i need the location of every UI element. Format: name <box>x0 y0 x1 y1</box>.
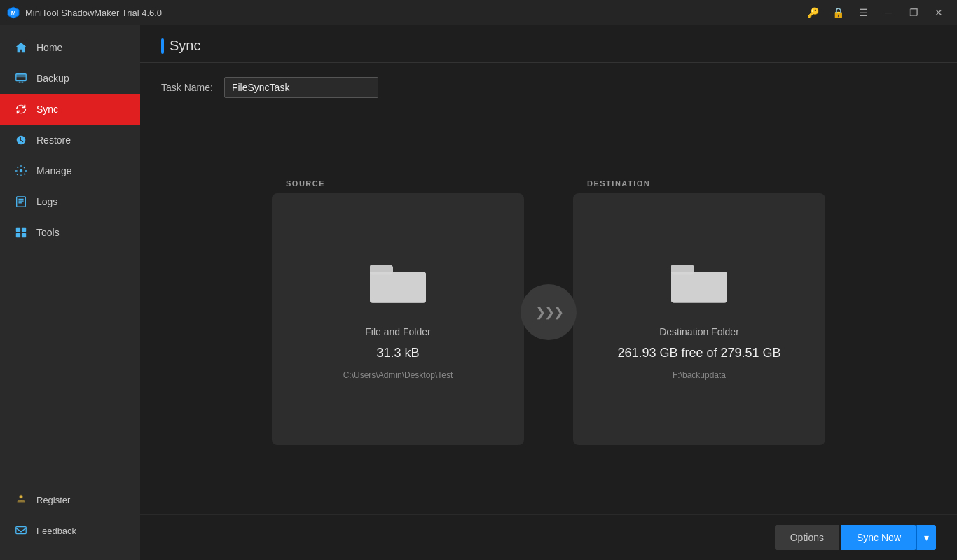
task-name-label: Task Name: <box>161 82 213 93</box>
sidebar: Home Backup Sync Restore <box>0 25 140 560</box>
svg-rect-18 <box>370 272 426 303</box>
sidebar-label-manage: Manage <box>36 165 72 176</box>
options-button[interactable]: Options <box>775 525 839 550</box>
sync-button-group: Sync Now ▾ <box>841 525 936 550</box>
sidebar-item-tools[interactable]: Tools <box>0 217 140 248</box>
source-size: 31.3 kB <box>376 346 419 360</box>
source-folder-icon <box>370 258 426 309</box>
lock-icon-btn[interactable]: 🔒 <box>827 3 849 22</box>
sidebar-item-logs[interactable]: Logs <box>0 186 140 217</box>
svg-rect-12 <box>22 233 26 237</box>
sidebar-label-register: Register <box>36 495 70 505</box>
svg-text:M: M <box>11 10 16 16</box>
svg-point-13 <box>20 496 22 498</box>
footer: Options Sync Now ▾ <box>140 514 957 560</box>
app-logo-icon: M <box>7 6 20 19</box>
app-title: MiniTool ShadowMaker Trial 4.6.0 <box>25 8 162 18</box>
sidebar-label-home: Home <box>36 42 62 53</box>
sidebar-item-sync[interactable]: Sync <box>0 94 140 125</box>
page-title-bar: Sync <box>161 38 200 54</box>
sidebar-item-feedback[interactable]: Feedback <box>0 515 140 546</box>
svg-point-4 <box>20 169 23 173</box>
source-file-type: File and Folder <box>365 326 430 337</box>
arrow-chevrons: ❯❯❯ <box>535 304 563 320</box>
source-card-wrapper: SOURCE <box>272 179 524 445</box>
sidebar-label-backup: Backup <box>36 73 69 84</box>
minimize-button[interactable]: ─ <box>877 3 900 22</box>
dest-file-type: Destination Folder <box>659 326 739 337</box>
sync-dropdown-button[interactable]: ▾ <box>916 525 936 550</box>
logs-icon <box>14 195 28 209</box>
sidebar-item-restore[interactable]: Restore <box>0 125 140 155</box>
manage-icon <box>14 164 28 178</box>
arrow-connector: ❯❯❯ <box>521 284 577 340</box>
sidebar-bottom: Register Feedback <box>0 484 140 560</box>
home-icon <box>14 41 28 55</box>
svg-rect-14 <box>16 527 26 534</box>
app-layout: Home Backup Sync Restore <box>0 25 957 560</box>
svg-rect-11 <box>16 233 20 237</box>
source-card[interactable]: File and Folder 31.3 kB C:\Users\Admin\D… <box>272 193 524 445</box>
sync-icon <box>14 102 28 116</box>
titlebar: M MiniTool ShadowMaker Trial 4.6.0 🔑 🔒 ☰… <box>0 0 957 25</box>
sidebar-label-restore: Restore <box>36 134 71 146</box>
restore-icon <box>14 133 28 147</box>
sidebar-item-manage[interactable]: Manage <box>0 155 140 186</box>
titlebar-controls: 🔑 🔒 ☰ ─ ❐ ✕ <box>801 3 950 22</box>
task-name-input[interactable] <box>224 77 378 98</box>
sidebar-label-tools: Tools <box>36 227 60 238</box>
register-icon <box>14 493 28 507</box>
sidebar-item-register[interactable]: Register <box>0 484 140 515</box>
task-name-row: Task Name: <box>140 63 957 109</box>
sidebar-item-backup[interactable]: Backup <box>0 63 140 94</box>
cards-layout: SOURCE <box>161 179 936 445</box>
page-title: Sync <box>170 38 200 54</box>
sync-now-button[interactable]: Sync Now <box>841 525 916 550</box>
menu-icon-btn[interactable]: ☰ <box>852 3 874 22</box>
close-button[interactable]: ✕ <box>928 3 950 22</box>
page-header: Sync <box>140 25 957 63</box>
restore-button[interactable]: ❐ <box>902 3 925 22</box>
feedback-icon <box>14 524 28 538</box>
source-path: C:\Users\Admin\Desktop\Test <box>343 370 453 380</box>
title-accent <box>161 38 164 54</box>
svg-rect-10 <box>22 227 26 232</box>
sidebar-label-logs: Logs <box>36 196 57 207</box>
svg-rect-9 <box>16 227 20 232</box>
titlebar-left: M MiniTool ShadowMaker Trial 4.6.0 <box>7 6 162 19</box>
sidebar-label-sync: Sync <box>36 104 58 115</box>
dest-path: F:\backupdata <box>673 370 726 380</box>
content-area: Sync Task Name: SOURCE <box>140 25 957 560</box>
sidebar-item-home[interactable]: Home <box>0 32 140 63</box>
dest-free-space: 261.93 GB free of 279.51 GB <box>617 346 780 360</box>
sync-area: SOURCE <box>140 109 957 514</box>
svg-rect-3 <box>16 74 26 78</box>
destination-card[interactable]: Destination Folder 261.93 GB free of 279… <box>573 193 825 445</box>
dest-folder-icon <box>671 258 727 309</box>
source-section-label: SOURCE <box>272 179 524 193</box>
svg-rect-5 <box>17 197 26 206</box>
destination-card-wrapper: DESTINATION Destination <box>573 179 825 445</box>
tools-icon <box>14 225 28 239</box>
backup-icon <box>14 71 28 85</box>
dest-section-label: DESTINATION <box>573 179 825 193</box>
sidebar-label-feedback: Feedback <box>36 526 76 536</box>
key-icon-btn[interactable]: 🔑 <box>801 3 824 22</box>
svg-rect-21 <box>671 272 727 303</box>
